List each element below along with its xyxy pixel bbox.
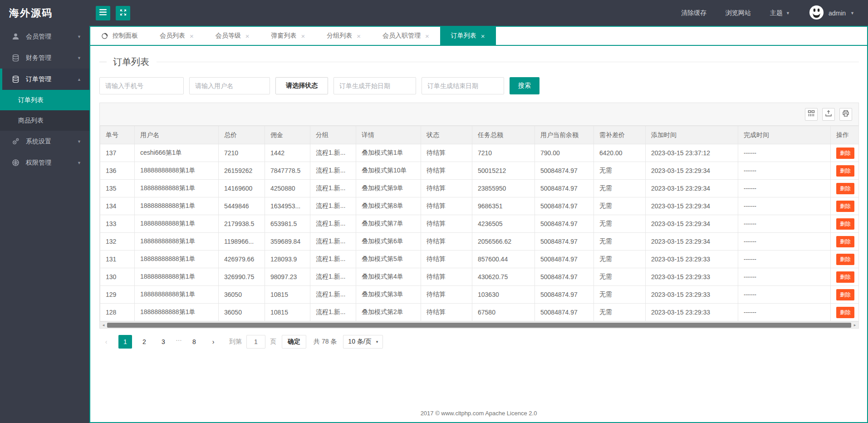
delete-button[interactable]: 删除: [836, 148, 854, 159]
delete-button[interactable]: 删除: [836, 165, 854, 177]
cell-task-total: 50015212: [472, 162, 535, 180]
columns-filter-button[interactable]: [805, 108, 818, 121]
delete-button[interactable]: 删除: [836, 236, 854, 247]
page-size-select[interactable]: 10 条/页 ▾: [343, 335, 383, 349]
scroll-right-icon[interactable]: ▸: [851, 323, 858, 327]
cell-detail: 叠加模式第1单: [356, 144, 421, 162]
delete-button[interactable]: 删除: [836, 271, 854, 283]
print-button[interactable]: [839, 108, 852, 121]
tab-label: 会员列表: [160, 32, 185, 40]
browse-site-link[interactable]: 浏览网站: [726, 9, 751, 17]
delete-button[interactable]: 删除: [836, 307, 854, 318]
cell-action: 删除: [831, 233, 859, 251]
cell-user-balance: 50084874.97: [535, 233, 594, 251]
col-status: 状态: [421, 126, 472, 144]
sidebar-subitem-order-list[interactable]: 订单列表: [0, 90, 89, 110]
page-button-8[interactable]: 8: [187, 335, 201, 349]
tab-member-list[interactable]: 会员列表×: [149, 27, 205, 45]
horizontal-scrollbar[interactable]: ◂ ▸: [100, 321, 858, 328]
cell-diff-price: 无需: [594, 162, 646, 180]
next-page-button[interactable]: ›: [206, 335, 220, 349]
username-label: admin: [829, 10, 846, 17]
tab-member-entry[interactable]: 会员入职管理×: [372, 27, 440, 45]
close-icon[interactable]: ×: [425, 33, 429, 39]
phone-input[interactable]: [99, 77, 184, 94]
delete-button[interactable]: 删除: [836, 289, 854, 300]
cell-order-id: 131: [100, 251, 135, 268]
sidebar-item-permissions[interactable]: 权限管理▼: [0, 152, 89, 173]
cell-action: 删除: [831, 197, 859, 215]
delete-button[interactable]: 删除: [836, 201, 854, 212]
filter-bar: 请选择状态 搜索: [99, 77, 859, 94]
tab-popup-list[interactable]: 弹窗列表×: [260, 27, 316, 45]
sidebar-item-members[interactable]: 会员管理▼: [0, 26, 89, 47]
cell-group: 流程1.新...: [310, 215, 356, 233]
cell-status: 待结算: [421, 286, 472, 304]
cell-user-balance: 50084874.97: [535, 268, 594, 286]
cell-detail: 叠加模式第3单: [356, 286, 421, 304]
username-input[interactable]: [189, 77, 270, 94]
cell-commission: 1634953...: [265, 197, 310, 215]
status-select-button[interactable]: 请选择状态: [275, 77, 328, 94]
close-icon[interactable]: ×: [301, 33, 305, 39]
cell-order-id: 134: [100, 197, 135, 215]
goto-confirm-button[interactable]: 确定: [282, 335, 306, 349]
tab-member-level[interactable]: 会员等级×: [205, 27, 260, 45]
delete-button[interactable]: 删除: [836, 183, 854, 194]
col-detail: 详情: [356, 126, 421, 144]
cell-status: 待结算: [421, 162, 472, 180]
export-button[interactable]: [822, 108, 835, 121]
cell-group: 流程1.新...: [310, 251, 356, 268]
tab-group-list[interactable]: 分组列表×: [316, 27, 372, 45]
delete-button[interactable]: 删除: [836, 254, 854, 265]
page-button-3[interactable]: 3: [157, 335, 170, 349]
cell-finished-at: ------: [738, 304, 831, 321]
close-icon[interactable]: ×: [245, 33, 250, 39]
select-caret-icon: ▾: [376, 339, 378, 344]
search-button[interactable]: 搜索: [510, 77, 539, 94]
page-button-2[interactable]: 2: [137, 335, 151, 349]
col-group: 分组: [310, 126, 356, 144]
delete-button[interactable]: 删除: [836, 218, 854, 230]
close-icon[interactable]: ×: [481, 33, 485, 39]
sidebar-item-finance[interactable]: 财务管理▼: [0, 47, 89, 69]
sidebar-item-orders[interactable]: 订单管理▲: [0, 69, 89, 90]
cell-username: 18888888888第1单: [135, 286, 219, 304]
tab-order-list[interactable]: 订单列表×: [440, 27, 496, 45]
prev-page-button[interactable]: ‹: [99, 335, 113, 349]
cell-task-total: 23855950: [472, 180, 535, 197]
close-icon[interactable]: ×: [357, 33, 361, 39]
cell-finished-at: ------: [738, 233, 831, 251]
fullscreen-button[interactable]: [116, 6, 130, 20]
col-total-price: 总价: [219, 126, 265, 144]
table-toolbar: [100, 103, 858, 126]
cell-created-at: 2023-03-15 23:29:34: [646, 197, 738, 215]
sidebar-item-settings[interactable]: 系统设置▼: [0, 131, 89, 152]
table-row: 137ceshi666第1单72101442流程1.新...叠加模式第1单待结算…: [100, 144, 859, 162]
scrollbar-thumb[interactable]: [107, 323, 851, 328]
main-panel: 控制面板会员列表×会员等级×弹窗列表×分组列表×会员入职管理×订单列表× 订单列…: [89, 26, 868, 423]
chevron-down-icon: ▼: [850, 11, 854, 15]
page-ellipsis: …: [176, 335, 182, 349]
sidebar-item-label: 会员管理: [26, 33, 51, 41]
col-user-balance: 用户当前余额: [535, 126, 594, 144]
cell-diff-price: 无需: [594, 180, 646, 197]
cell-username: 18888888888第1单: [135, 304, 219, 321]
scroll-left-icon[interactable]: ◂: [100, 323, 107, 327]
table-row: 13118888888888第1单426979.66128093.9流程1.新.…: [100, 251, 859, 268]
cell-order-id: 137: [100, 144, 135, 162]
sidebar-subitem-goods-list[interactable]: 商品列表: [0, 110, 89, 131]
end-date-input[interactable]: [422, 77, 504, 94]
tab-dashboard[interactable]: 控制面板: [90, 27, 149, 45]
theme-dropdown[interactable]: 主题 ▼: [770, 9, 790, 17]
page-button-1[interactable]: 1: [118, 335, 132, 349]
cell-status: 待结算: [421, 197, 472, 215]
user-menu[interactable]: admin ▼: [809, 5, 854, 21]
close-icon[interactable]: ×: [190, 33, 194, 39]
collapse-sidebar-button[interactable]: [96, 6, 110, 20]
sidebar-subitem-label: 订单列表: [18, 96, 44, 104]
cell-task-total: 430620.75: [472, 268, 535, 286]
clear-cache-link[interactable]: 清除缓存: [681, 9, 706, 17]
goto-page-input[interactable]: [246, 335, 265, 349]
start-date-input[interactable]: [333, 77, 416, 94]
